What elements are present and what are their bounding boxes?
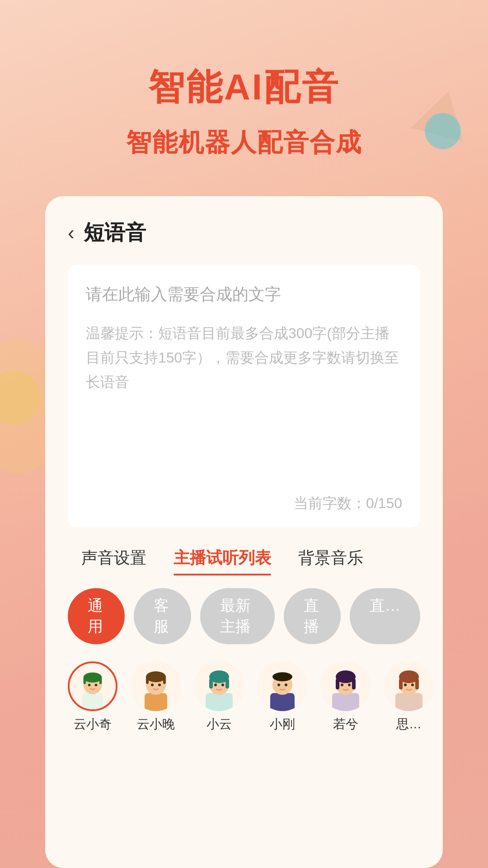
svg-rect-9 <box>145 693 167 711</box>
svg-point-44 <box>404 684 407 686</box>
avatar-xiaogang[interactable]: 小刚 <box>258 661 307 733</box>
text-input-area[interactable]: 请在此输入需要合成的文字 温馨提示：短语音目前最多合成300字(部分主播目前只支… <box>68 265 420 527</box>
category-pills: 通用 客服 最新主播 直播 直… <box>45 576 443 657</box>
avatars-row: 云小奇 云小晚 <box>45 657 443 742</box>
svg-rect-20 <box>209 679 213 689</box>
avatar-yunxiaoqi-label: 云小奇 <box>74 716 112 733</box>
svg-point-15 <box>158 684 161 686</box>
main-card: ‹ 短语音 请在此输入需要合成的文字 温馨提示：短语音目前最多合成300字(部分… <box>45 196 443 868</box>
avatar-yunxiaoqi[interactable]: 云小奇 <box>68 661 117 733</box>
pill-live[interactable]: 直播 <box>284 588 341 644</box>
avatar-xiaoyun[interactable]: 小云 <box>194 661 244 733</box>
svg-rect-13 <box>163 677 166 684</box>
svg-point-23 <box>221 684 224 686</box>
svg-rect-39 <box>395 693 422 711</box>
svg-rect-5 <box>99 678 102 684</box>
avatar-yunxiaowan[interactable]: 云小晚 <box>131 661 181 733</box>
avatar-yunxiaowan-label: 云小晚 <box>137 716 175 733</box>
avatar-xiaoyun-label: 小云 <box>206 716 232 733</box>
svg-rect-21 <box>225 679 229 689</box>
avatar-si[interactable]: 思… <box>384 661 434 733</box>
svg-rect-43 <box>415 679 419 689</box>
svg-point-36 <box>341 684 343 686</box>
tab-anchor-list[interactable]: 主播试听列表 <box>160 541 285 576</box>
back-button[interactable]: ‹ <box>68 222 75 244</box>
svg-point-3 <box>84 672 102 682</box>
svg-rect-12 <box>146 677 149 684</box>
svg-rect-34 <box>336 679 339 689</box>
svg-point-45 <box>411 684 414 686</box>
input-hint: 温馨提示：短语音目前最多合成300字(部分主播目前只支持150字），需要合成更多… <box>86 321 402 395</box>
char-count: 当前字数：0/150 <box>294 494 402 514</box>
avatar-si-image <box>384 661 434 711</box>
svg-point-28 <box>277 684 280 686</box>
avatar-xiaogang-label: 小刚 <box>270 716 295 733</box>
avatar-ruoxi-image <box>321 661 371 711</box>
card-header: ‹ 短语音 <box>45 219 443 247</box>
main-title: 智能AI配音 <box>148 63 340 112</box>
avatar-xiaoyun-image <box>194 661 244 711</box>
svg-point-6 <box>88 684 91 686</box>
tabs-row: 声音设置 主播试听列表 背景音乐 <box>45 527 443 576</box>
svg-rect-25 <box>270 693 295 711</box>
pill-general[interactable]: 通用 <box>68 588 125 644</box>
svg-point-37 <box>348 684 351 686</box>
svg-rect-4 <box>84 678 86 684</box>
svg-point-29 <box>285 684 287 686</box>
svg-point-14 <box>151 684 154 686</box>
card-title: 短语音 <box>84 219 146 247</box>
pill-newest[interactable]: 最新主播 <box>200 588 275 644</box>
page-content: 智能AI配音 智能机器人配音合成 ‹ 短语音 请在此输入需要合成的文字 温馨提示… <box>0 0 488 868</box>
tab-sound-settings[interactable]: 声音设置 <box>68 541 160 576</box>
avatar-yunxiaoqi-image <box>68 661 117 711</box>
svg-point-7 <box>95 684 98 686</box>
pill-customer-service[interactable]: 客服 <box>134 588 191 644</box>
svg-point-22 <box>214 684 217 686</box>
tab-bg-music[interactable]: 背景音乐 <box>285 541 377 576</box>
sub-title: 智能机器人配音合成 <box>126 126 362 160</box>
svg-point-11 <box>146 671 166 682</box>
avatar-si-label: 思… <box>396 716 422 733</box>
svg-rect-1 <box>82 693 103 709</box>
svg-rect-17 <box>206 693 233 711</box>
avatar-xiaogang-image <box>258 661 307 711</box>
input-placeholder: 请在此输入需要合成的文字 <box>86 281 402 307</box>
svg-point-27 <box>272 672 292 681</box>
svg-rect-42 <box>399 679 403 689</box>
avatar-yunxiaowan-image <box>131 661 181 711</box>
svg-rect-31 <box>332 693 359 711</box>
pill-more[interactable]: 直… <box>350 588 420 644</box>
avatar-ruoxi[interactable]: 若兮 <box>321 661 371 733</box>
svg-rect-35 <box>352 679 356 689</box>
avatar-ruoxi-label: 若兮 <box>333 716 358 733</box>
